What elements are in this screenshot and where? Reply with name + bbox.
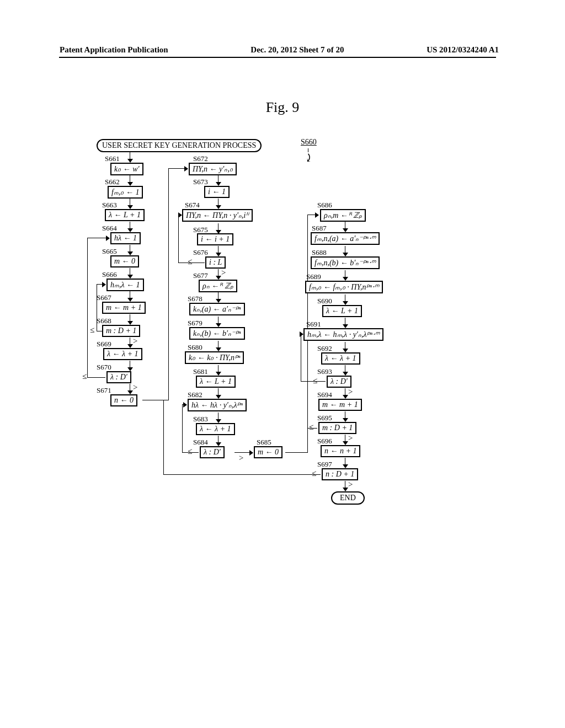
label-s680: S680: [188, 343, 202, 352]
step-s676: i : L: [205, 256, 226, 269]
label-s685: S685: [257, 438, 271, 447]
step-s672: Π​Y,n ← y′ₙ​,₀: [189, 163, 237, 175]
le-695: ≤: [309, 422, 313, 432]
gt-693: >: [348, 387, 353, 397]
label-s673: S673: [193, 178, 208, 186]
label-s661: S661: [105, 154, 120, 163]
label-s681: S681: [193, 367, 208, 376]
label-s668: S668: [97, 317, 111, 325]
gt-695: >: [348, 433, 353, 443]
step-s697: n : D + 1: [322, 468, 358, 480]
label-s692: S692: [317, 344, 332, 353]
step-s669: λ ← λ + 1: [103, 348, 142, 360]
header-left: Patent Application Publication: [60, 45, 168, 55]
step-s663: λ ← L + 1: [105, 209, 145, 221]
label-s664: S664: [102, 224, 117, 233]
step-s696: n ← n + 1: [321, 445, 360, 457]
label-s672: S672: [193, 154, 208, 163]
label-s662: S662: [105, 178, 120, 186]
gt-670: >: [133, 383, 137, 392]
label-s663: S663: [102, 201, 117, 210]
step-s692: λ ← λ + 1: [321, 352, 360, 365]
label-s669: S669: [97, 340, 111, 349]
step-s674: Π​Y,n ← Π​Y,n · y′ₙ,iᴵⁱ: [182, 209, 253, 222]
label-s694: S694: [317, 390, 332, 399]
le-668: ≤: [90, 325, 94, 335]
page-header: Patent Application Publication Dec. 20, …: [0, 45, 565, 55]
label-s678: S678: [188, 295, 202, 303]
label-s690: S690: [317, 297, 332, 306]
label-s687: S687: [312, 224, 327, 233]
label-s682: S682: [188, 390, 202, 399]
step-s666: hₘ​,λ ← 1: [106, 279, 144, 291]
step-s683: λ ← λ + 1: [196, 423, 235, 435]
step-s677: ρₙ ←ᴿ ℤₚ: [199, 280, 237, 292]
le-670: ≤: [82, 372, 87, 381]
label-s683: S683: [193, 415, 208, 424]
le-676: ≤: [188, 257, 192, 266]
label-s691: S691: [306, 320, 321, 329]
step-s685: m ← 0: [254, 446, 282, 458]
step-s682: hλ ← hλ · y′ₙ,λᵖⁿ: [188, 399, 247, 411]
gt-676: >: [221, 268, 226, 277]
step-s678: kₙ,(a) ← a′ₙ⁻ᵖⁿ: [189, 303, 245, 315]
label-s679: S679: [188, 319, 202, 328]
step-s664: hλ ← 1: [110, 232, 141, 244]
step-s686: ρₙ,m ←ᴿ ℤₚ: [320, 209, 366, 222]
step-s688: fₘ,n,(b) ← b′ₙ⁻ᵖⁿ‧ᵐ: [311, 256, 380, 269]
label-s666: S666: [102, 270, 117, 279]
header-rule: [59, 57, 496, 58]
step-s684: λ : D′: [200, 446, 225, 458]
label-s686: S686: [317, 201, 332, 210]
step-s689: fₘ,₀ ← fₘ,₀ · Π​Y,nᵖⁿ‧ᵐ: [305, 281, 383, 293]
label-s667: S667: [97, 293, 111, 302]
step-s680: k₀ ← k₀ · Π​Y,nᵖⁿ: [185, 351, 244, 364]
label-s665: S665: [102, 247, 117, 256]
step-s675: i ← i + 1: [197, 233, 233, 245]
label-s688: S688: [312, 248, 327, 257]
label-s674: S674: [185, 201, 200, 210]
start-box: USER SECRET KEY GENERATION PROCESS: [97, 139, 262, 152]
label-s671: S671: [97, 386, 111, 395]
step-s661: k₀ ← w′: [110, 163, 143, 175]
step-s695: m : D + 1: [318, 422, 356, 434]
header-right: US 2012/0324240 A1: [427, 45, 499, 55]
label-s693: S693: [317, 367, 332, 376]
step-s681: λ ← L + 1: [196, 376, 236, 388]
label-s697: S697: [317, 460, 332, 469]
label-s695: S695: [317, 414, 332, 422]
gt-697: >: [348, 480, 353, 489]
step-s694: m ← m + 1: [318, 399, 362, 411]
step-s667: m ← m + 1: [102, 302, 146, 314]
label-s677: S677: [193, 271, 208, 280]
label-s684: S684: [193, 438, 208, 447]
step-s671: n ← 0: [110, 394, 137, 406]
step-s662: fₘ​,₀ ← 1: [108, 186, 143, 199]
flowchart: USER SECRET KEY GENERATION PROCESS S660 …: [80, 139, 422, 602]
step-s665: m ← 0: [110, 255, 139, 267]
le-697: ≤: [312, 469, 316, 478]
label-s676: S676: [193, 248, 208, 257]
le-684: ≤: [188, 447, 192, 456]
header-center: Dec. 20, 2012 Sheet 7 of 20: [250, 45, 344, 55]
end-box: END: [331, 491, 365, 505]
gt-684: >: [239, 453, 243, 463]
step-s690: λ ← L + 1: [322, 305, 362, 317]
step-s687: fₘ,n,(a) ← a′ₙ⁻ᵖⁿ‧ᵐ: [311, 232, 380, 245]
label-s670: S670: [97, 363, 111, 372]
step-s691: hₘ,λ ← hₘ,λ · y′ₙ,λᵖⁿ‧ᵐ: [303, 328, 383, 341]
label-s696: S696: [317, 437, 332, 446]
gt-668: >: [133, 336, 137, 346]
step-s679: kₙ,(b) ← b′ₙ⁻ᵖⁿ: [189, 327, 245, 340]
s660-label: S660: [301, 138, 317, 147]
step-s670: λ : D′: [106, 371, 131, 383]
label-s689: S689: [306, 272, 321, 281]
step-s673: i ← 1: [204, 186, 230, 198]
step-s668: m : D + 1: [102, 325, 140, 337]
figure-title: Fig. 9: [266, 99, 300, 116]
step-s693: λ : D′: [327, 376, 351, 388]
